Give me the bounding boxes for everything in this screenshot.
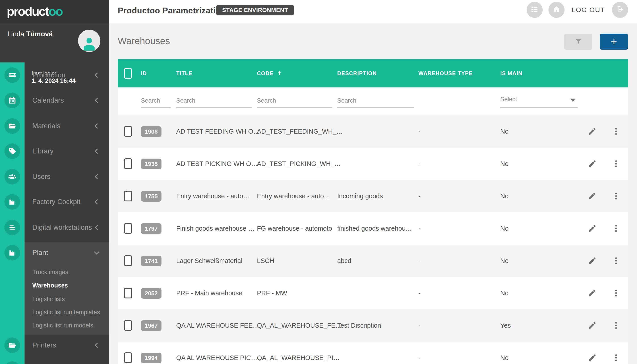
cell-is-main: No (500, 148, 508, 180)
brand-logo-accent: oo (48, 4, 62, 18)
row-checkbox[interactable] (124, 256, 132, 266)
row-checkbox[interactable] (124, 158, 132, 169)
edit-button[interactable] (588, 353, 597, 363)
users-icon[interactable] (4, 169, 20, 184)
table-row: 1741 Lager Schweißmaterial LSCH abcd - N… (118, 245, 628, 277)
production-icon[interactable] (4, 67, 20, 83)
row-checkbox[interactable] (124, 223, 132, 234)
sidebar-item-label: Users (32, 169, 50, 184)
sidebar-item-production[interactable]: Production (0, 67, 109, 83)
sidebar-subitem-logistic-list-run-templates[interactable]: Logistic list run templates (32, 307, 106, 318)
folder-open-icon[interactable] (4, 118, 20, 134)
select-placeholder: Select (500, 96, 517, 102)
title-search-input[interactable] (176, 94, 252, 108)
calendar-icon[interactable] (4, 92, 20, 108)
edit-button[interactable] (588, 192, 597, 201)
folder-open-icon[interactable] (4, 338, 20, 353)
cell-warehouse-type: - (418, 180, 421, 212)
cell-description: Test Discription (337, 309, 381, 342)
row-menu-button[interactable] (612, 159, 621, 168)
sidebar-item-label: Materials (32, 118, 60, 134)
edit-button[interactable] (588, 256, 597, 266)
description-search-input[interactable] (337, 94, 414, 108)
table-row: 2052 PRF - Main warehouse PRF - MW - No (118, 277, 628, 309)
factory-icon[interactable] (4, 194, 20, 210)
tag-icon[interactable] (4, 144, 20, 159)
id-badge: 1797 (141, 223, 162, 234)
column-header-code[interactable]: CODE (257, 59, 282, 88)
kebab-icon (612, 262, 620, 266)
column-header-id[interactable]: ID (141, 59, 147, 88)
id-badge: 1935 (141, 158, 162, 169)
pencil-icon (588, 262, 597, 266)
chevron-left-icon (92, 122, 100, 130)
sidebar-subitem-warehouses[interactable]: Warehouses (32, 280, 106, 291)
row-checkbox[interactable] (124, 320, 132, 331)
row-checkbox[interactable] (124, 191, 132, 202)
edit-button[interactable] (588, 288, 597, 298)
chevron-left-icon (92, 341, 100, 349)
add-warehouse-button[interactable]: + (600, 34, 628, 50)
select-all-checkbox[interactable] (124, 68, 132, 79)
row-menu-button[interactable] (612, 353, 621, 363)
id-badge: 1741 (141, 256, 162, 266)
row-menu-button[interactable] (612, 288, 621, 298)
chevron-down-icon (92, 249, 100, 257)
list-icon (530, 5, 539, 14)
home-button[interactable] (548, 2, 564, 18)
sidebar-item-materials[interactable]: Materials (0, 118, 109, 134)
row-checkbox[interactable] (124, 126, 132, 137)
factory-icon[interactable] (4, 245, 20, 260)
pencil-icon (588, 198, 597, 201)
row-menu-button[interactable] (612, 127, 621, 136)
sidebar-subitem-logistic-list-run-models[interactable]: Logistic list run models (32, 320, 106, 331)
id-badge: 1908 (141, 126, 162, 137)
row-menu-button[interactable] (612, 192, 621, 201)
row-menu-button[interactable] (612, 321, 621, 330)
id-search-input[interactable] (141, 94, 170, 108)
sidebar-item-factory-cockpit[interactable]: Factory Cockpit (0, 194, 109, 210)
cell-code: QA_AL_WAREHOUSE_PI… (257, 342, 340, 364)
sidebar-item-library[interactable]: Library (0, 144, 109, 159)
is-main-filter-select[interactable]: Select (500, 94, 578, 108)
brand-logo: productoo (7, 4, 62, 18)
list-menu-button[interactable] (526, 2, 543, 18)
sidebar-subitem-logistic-lists[interactable]: Logistic lists (32, 294, 106, 305)
sidebar-item-users[interactable]: Users (0, 169, 109, 184)
edit-button[interactable] (588, 224, 597, 233)
cell-code: LSCH (257, 245, 274, 277)
column-header-warehouse-type[interactable]: WAREHOUSE TYPE (418, 59, 473, 88)
sidebar-item-label: Production (32, 67, 65, 83)
cell-is-main: No (500, 115, 508, 148)
column-header-is-main[interactable]: IS MAIN (500, 59, 522, 88)
row-menu-button[interactable] (612, 224, 621, 233)
edit-button[interactable] (588, 159, 597, 168)
column-header-description[interactable]: DESCRIPTION (337, 59, 377, 88)
filter-button[interactable] (564, 34, 592, 50)
row-checkbox[interactable] (124, 288, 132, 298)
sidebar-item-plant[interactable]: Plant (0, 245, 109, 260)
environment-badge: STAGE ENVIRONMENT (216, 5, 294, 16)
edit-button[interactable] (588, 321, 597, 330)
sort-asc-icon (276, 59, 282, 88)
menu-lines-icon[interactable] (4, 220, 20, 235)
sidebar-item-printers[interactable]: Printers (0, 338, 109, 353)
cell-title: Entry warehouse - auto… (176, 180, 250, 212)
sidebar-item-digital-workstations[interactable]: Digital workstations (0, 220, 109, 235)
cell-is-main: Yes (500, 309, 511, 342)
column-header-title[interactable]: TITLE (176, 59, 192, 88)
brand-logo-text: product (7, 4, 48, 18)
logout-button[interactable] (612, 2, 628, 18)
edit-button[interactable] (588, 127, 597, 136)
cell-title: QA AL WAREHOUSE FEE… (176, 309, 259, 342)
chevron-left-icon (92, 224, 100, 232)
sidebar-item-calendars[interactable]: Calendars (0, 92, 109, 108)
sidebar-subitem-truck-images[interactable]: Truck images (32, 266, 106, 278)
code-search-input[interactable] (257, 94, 332, 108)
logout-label[interactable]: LOG OUT (572, 6, 605, 14)
page-title: Warehouses (118, 36, 170, 46)
row-checkbox[interactable] (124, 352, 132, 363)
row-menu-button[interactable] (612, 256, 621, 266)
cell-title: AD TEST FEEDING WH O… (176, 115, 260, 148)
sidebar: productoo Linda Tůmová Last login: 1. 4.… (0, 0, 109, 364)
